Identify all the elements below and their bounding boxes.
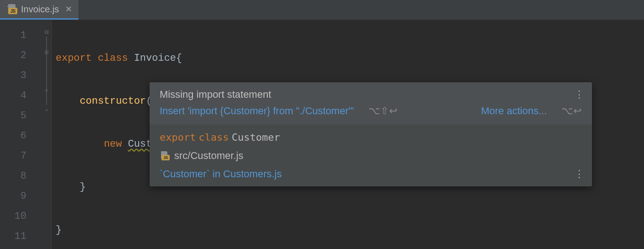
line-number: 9 <box>0 186 41 207</box>
file-path: src/Customer.js <box>174 150 244 162</box>
fold-marker-icon[interactable]: ⊟ <box>43 48 50 56</box>
shortcut-alt-shift-enter: ⌥⇧↩ <box>369 105 398 117</box>
close-icon[interactable]: ✕ <box>65 4 72 14</box>
line-number: 4 <box>0 86 41 106</box>
gutter: 1 2 3 4 5 6 7 8 9 10 11 <box>0 20 41 249</box>
code-line: export class Invoice{ <box>56 48 644 69</box>
fold-end-icon[interactable]: ⌃ <box>43 88 50 95</box>
line-number: 2 <box>0 46 41 66</box>
line-number: 11 <box>0 227 41 247</box>
line-number: 8 <box>0 166 41 186</box>
code-line: } <box>56 220 644 240</box>
popup-header: Missing import statement Insert 'import … <box>150 82 592 124</box>
line-number: 7 <box>0 146 41 166</box>
js-file-icon: JS <box>6 4 17 14</box>
fold-column: ⊟ ⊟ ⌃ ⌃ <box>41 20 52 249</box>
file-location-row[interactable]: JS src/Customer.js <box>160 150 582 162</box>
intention-popup: Missing import statement Insert 'import … <box>150 82 592 186</box>
line-number: 10 <box>0 207 41 227</box>
line-number: 5 <box>0 106 41 126</box>
declaration-preview: export class Customer <box>160 132 582 143</box>
line-number: 3 <box>0 66 41 86</box>
more-menu-icon[interactable]: ⋮ <box>574 168 585 180</box>
tab-bar: JS Invoice.js ✕ <box>0 0 644 20</box>
insert-import-action[interactable]: Insert 'import {Customer} from "./Custom… <box>160 105 354 117</box>
more-actions-link[interactable]: More actions... <box>481 105 547 117</box>
fold-end-icon[interactable]: ⌃ <box>43 108 50 115</box>
fold-marker-icon[interactable]: ⊟ <box>43 28 50 36</box>
js-file-icon: JS <box>160 151 170 160</box>
tab-filename: Invoice.js <box>21 4 59 15</box>
popup-title: Missing import statement <box>160 89 582 101</box>
line-number: 1 <box>0 26 41 46</box>
tab-invoice-js[interactable]: JS Invoice.js ✕ <box>0 0 78 20</box>
line-number: 6 <box>0 126 41 146</box>
shortcut-alt-enter: ⌥↩ <box>561 105 582 117</box>
popup-body: export class Customer JS src/Customer.js… <box>150 124 592 186</box>
alternate-location-link[interactable]: `Customer` in Customers.js <box>160 168 582 180</box>
more-menu-icon[interactable]: ⋮ <box>574 89 585 101</box>
